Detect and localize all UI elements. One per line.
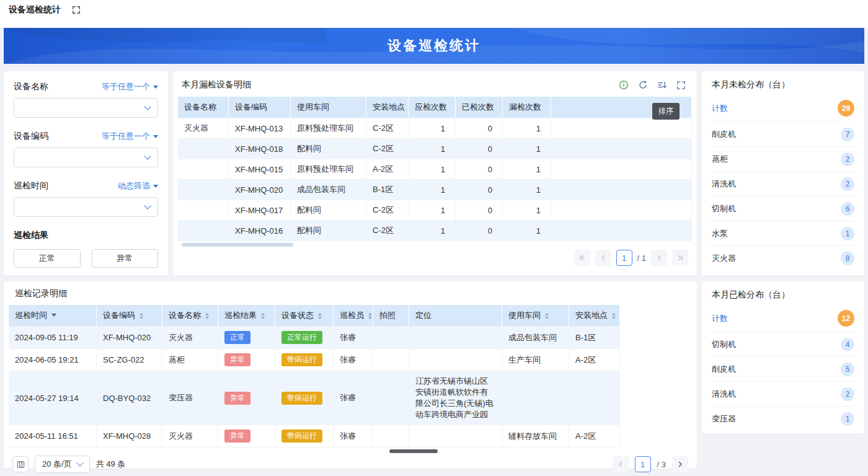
current-page[interactable]: 1: [635, 456, 651, 472]
page-banner: 设备巡检统计: [4, 28, 864, 64]
device-code-operator-dropdown[interactable]: 等于任意一个: [102, 131, 158, 142]
table-row: 2024-05-11 16:51 XF-MHQ-028 灭火器 异常 带病运行 …: [9, 425, 620, 447]
col-inspection-result[interactable]: 巡检结果: [218, 305, 275, 327]
next-page-button[interactable]: [672, 456, 688, 472]
device-code-filter-label: 设备编码: [14, 131, 48, 142]
unchecked-panel-title: 本月未检分布（台）: [711, 71, 856, 95]
value-badge: 1: [841, 227, 854, 240]
list-item: 清洗机 2: [711, 172, 856, 196]
result-badge: 正常: [224, 331, 250, 344]
value-badge: 5: [841, 363, 854, 376]
count-link[interactable]: 计数: [712, 313, 728, 324]
missed-table: 设备名称 设备编码 使用车间 安装地点 应检次数 已检次数 漏检次数 灭火器 X…: [178, 97, 692, 241]
cell-missed-count: 1: [503, 159, 551, 180]
device-name-select[interactable]: [14, 98, 158, 118]
cell-workshop: 原料预处理车间: [291, 118, 366, 139]
cell-install: A-2区: [569, 425, 620, 447]
last-page-button[interactable]: [672, 250, 688, 266]
cell-name: 蒸柜: [162, 349, 218, 371]
scrollbar-thumb[interactable]: [182, 243, 293, 247]
cell-result: 异常: [218, 349, 275, 371]
cell-missed-count: 1: [503, 139, 551, 159]
cell-location: 江苏省无锡市锡山区安镇街道帆软软件有限公司长三角(无锡)电动车跨境电商产业园: [409, 371, 502, 425]
cell-device-name: [178, 221, 229, 241]
fullscreen-icon[interactable]: [676, 81, 686, 90]
prev-page-button[interactable]: [595, 250, 611, 266]
refresh-icon[interactable]: [638, 80, 648, 90]
result-badge: 异常: [224, 392, 250, 405]
first-page-button[interactable]: [574, 250, 590, 266]
cell-device-code: XF-MHQ-016: [229, 221, 291, 241]
cell-code: SC-ZG-022: [97, 349, 162, 371]
inspection-time-operator-dropdown[interactable]: 动态筛选: [118, 180, 158, 192]
result-badge: 异常: [224, 430, 250, 443]
cell-location: [409, 327, 502, 349]
sort-tooltip: 排序: [652, 103, 680, 120]
col-device-name[interactable]: 设备名称: [162, 305, 218, 327]
device-code-filter: 设备编码 等于任意一个: [14, 131, 158, 167]
table-row: XF-MHQ-015 原料预处理车间 A-2区 1 0 1: [178, 159, 692, 180]
col-workshop[interactable]: 使用车间: [502, 305, 569, 327]
prev-page-button[interactable]: [613, 456, 629, 472]
cell-time: 2024-05-27 19:14: [9, 371, 97, 425]
cell-done-count: 0: [456, 200, 503, 221]
cell-inspector: 张睿: [334, 327, 373, 349]
result-normal-button[interactable]: 正常: [14, 249, 81, 268]
col-missed-count: 漏检次数: [503, 97, 551, 118]
value-badge: 4: [841, 338, 854, 351]
column-settings-icon[interactable]: [12, 456, 29, 472]
inspection-time-select[interactable]: [14, 197, 158, 217]
cell-filler: [551, 180, 692, 200]
count-link[interactable]: 计数: [712, 103, 728, 114]
scrollbar-thumb[interactable]: [389, 449, 438, 453]
cell-due-count: 1: [409, 221, 456, 241]
page-title: 设备巡检统计: [388, 37, 480, 55]
cell-device-code: XF-MHQ-017: [229, 200, 291, 221]
fullscreen-expand-icon[interactable]: [72, 6, 81, 14]
cell-photo: [373, 371, 409, 425]
current-page[interactable]: 1: [616, 250, 632, 266]
cell-filler: [551, 159, 692, 180]
table-row: XF-MHQ-020 成品包装车间 B-1区 1 0 1: [178, 180, 692, 200]
table-row: XF-MHQ-017 配料间 C-2区 1 0 1: [178, 200, 692, 221]
info-icon[interactable]: [619, 80, 629, 90]
col-inspection-time[interactable]: 巡检时间: [9, 305, 97, 327]
col-install-location[interactable]: 安装地点: [569, 305, 620, 327]
cell-workshop: 配料间: [291, 221, 366, 241]
horizontal-scrollbar[interactable]: [179, 243, 691, 244]
table-header-row: 巡检时间 设备编码 设备名称 巡检结果 设备状态 巡检员 拍照 定位 使用车间 …: [9, 305, 620, 327]
cell-filler: [551, 139, 692, 159]
col-device-status[interactable]: 设备状态: [275, 305, 334, 327]
cell-photo: [373, 349, 409, 371]
next-page-button[interactable]: [651, 250, 667, 266]
cell-result: 正常: [218, 327, 275, 349]
cell-code: DQ-BYQ-032: [97, 371, 162, 425]
cell-status: 正常运行: [275, 327, 334, 349]
cell-code: XF-MHQ-020: [97, 327, 162, 349]
cell-workshop: 成品包装车间: [502, 327, 569, 349]
inspection-result-filter-label: 巡检结果: [14, 230, 158, 241]
device-name-filter-label: 设备名称: [14, 81, 48, 92]
caret-down-icon: [153, 135, 158, 141]
cell-workshop: 辅料存放车间: [502, 425, 569, 447]
caret-down-icon: [153, 86, 158, 91]
cell-inspector: 张睿: [334, 349, 373, 371]
cell-done-count: 0: [456, 159, 503, 180]
cell-install: A-2区: [569, 349, 620, 371]
cell-install-location: B-1区: [366, 180, 409, 200]
chevron-down-icon: [76, 459, 83, 466]
col-workshop: 使用车间: [291, 97, 366, 118]
col-device-code[interactable]: 设备编码: [97, 305, 162, 327]
table-row: 灭火器 XF-MHQ-013 原料预处理车间 C-2区 1 0 1: [178, 118, 692, 139]
cell-device-name: [178, 180, 229, 200]
cell-time: 2024-09-05 11:19: [9, 327, 97, 349]
device-name-operator-dropdown[interactable]: 等于任意一个: [102, 81, 158, 92]
list-item: 切制机 4: [711, 332, 856, 357]
filter-panel: 设备名称 等于任意一个 设备编码 等于任意一个 巡检时间: [4, 71, 168, 276]
sort-icon[interactable]: [657, 80, 667, 90]
device-code-select[interactable]: [14, 148, 158, 167]
col-photo: 拍照: [373, 305, 409, 327]
result-abnormal-button[interactable]: 异常: [92, 249, 159, 268]
page-size-select[interactable]: 20 条/页: [35, 456, 90, 473]
col-inspector[interactable]: 巡检员: [334, 305, 373, 327]
